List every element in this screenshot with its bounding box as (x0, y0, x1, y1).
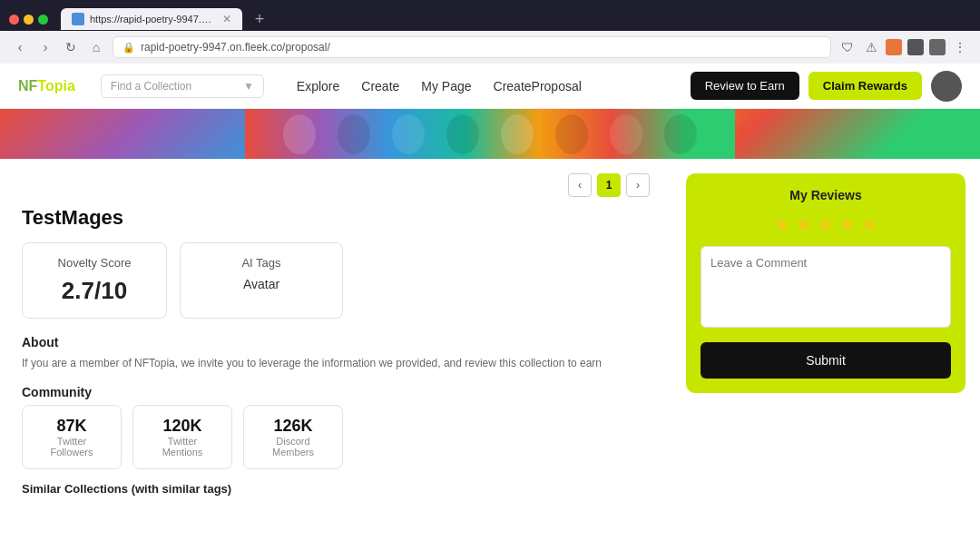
twitter-followers-value: 87K (41, 417, 103, 436)
user-avatar[interactable] (931, 71, 962, 102)
about-title: About (22, 335, 650, 349)
star-4[interactable]: ★ (839, 213, 856, 235)
lock-icon: 🔒 (122, 42, 135, 54)
page-content: NFTopia Find a Collection ▼ Explore Crea… (0, 64, 980, 551)
discord-members-label2: Members (262, 447, 324, 458)
svg-point-5 (501, 114, 534, 154)
about-section: About If you are a member of NFTopia, we… (22, 335, 650, 372)
next-page-button[interactable]: › (626, 173, 650, 197)
shield-icon: 🛡 (838, 38, 857, 56)
claim-rewards-button[interactable]: Claim Rewards (808, 72, 922, 100)
hero-artwork (245, 109, 735, 159)
stars-row: ★ ★ ★ ★ ★ (701, 213, 951, 235)
comment-textarea[interactable] (701, 246, 951, 328)
svg-point-3 (392, 114, 425, 154)
address-bar[interactable]: 🔒 rapid-poetry-9947.on.fleek.co/proposal… (113, 36, 831, 58)
extensions-area: 🛡 ⚠ ⋮ (838, 38, 969, 56)
similar-title: Similar Collections (with similar tags) (22, 482, 650, 496)
collection-title: TestMages (22, 206, 650, 230)
svg-point-6 (555, 114, 588, 154)
extension-puzzle-icon[interactable] (929, 39, 946, 55)
content-right: My Reviews ★ ★ ★ ★ ★ Submit (671, 159, 980, 551)
reload-button[interactable]: ↻ (62, 38, 80, 56)
community-card-discord-members: 126K Discord Members (243, 405, 343, 469)
star-3[interactable]: ★ (818, 213, 834, 235)
tab-bar: https://rapid-poetry-9947.on.fl... ✕ + (0, 0, 980, 31)
browser-chrome: https://rapid-poetry-9947.on.fl... ✕ + ‹… (0, 0, 980, 64)
novelty-score-card: Novelty Score 2.7/10 (22, 242, 167, 319)
pagination: ‹ 1 › (22, 173, 650, 197)
discord-members-value: 126K (262, 417, 324, 436)
new-tab-button[interactable]: + (248, 7, 271, 31)
content-left: ‹ 1 › TestMages Novelty Score 2.7/10 AI … (0, 159, 671, 551)
dropdown-icon: ▼ (243, 80, 254, 93)
forward-button[interactable]: › (36, 38, 54, 56)
tab-close-icon[interactable]: ✕ (222, 13, 231, 25)
traffic-lights (9, 15, 48, 25)
star-5[interactable]: ★ (861, 213, 877, 235)
active-tab[interactable]: https://rapid-poetry-9947.on.fl... ✕ (61, 8, 242, 30)
similar-section: Similar Collections (with similar tags) (22, 482, 650, 496)
menu-icon[interactable]: ⋮ (951, 38, 969, 56)
tab-favicon (72, 13, 84, 25)
minimize-button[interactable] (24, 15, 34, 25)
nav-actions: Review to Earn Claim Rewards (691, 71, 962, 102)
nav-mypage[interactable]: My Page (421, 79, 471, 93)
svg-point-8 (664, 114, 697, 154)
twitter-followers-label1: Twitter (41, 436, 103, 447)
ai-tag-value: Avatar (208, 277, 315, 291)
novelty-score-value: 2.7/10 (41, 277, 148, 305)
maximize-button[interactable] (38, 15, 48, 25)
address-bar-row: ‹ › ↻ ⌂ 🔒 rapid-poetry-9947.on.fleek.co/… (0, 31, 980, 64)
svg-rect-0 (245, 109, 735, 159)
community-card-twitter-mentions: 120K Twitter Mentions (132, 405, 232, 469)
svg-point-1 (283, 114, 316, 154)
reviews-panel-title: My Reviews (701, 188, 951, 202)
home-button[interactable]: ⌂ (87, 38, 105, 56)
prev-page-button[interactable]: ‹ (568, 173, 592, 197)
svg-point-2 (338, 114, 370, 154)
star-1[interactable]: ★ (774, 213, 790, 235)
nav-explore[interactable]: Explore (297, 79, 339, 93)
close-button[interactable] (9, 15, 19, 25)
nav-createproposal[interactable]: CreateProposal (494, 79, 582, 93)
navbar: NFTopia Find a Collection ▼ Explore Crea… (0, 64, 980, 109)
back-button[interactable]: ‹ (11, 38, 29, 56)
community-title: Community (22, 385, 650, 399)
score-cards: Novelty Score 2.7/10 AI Tags Avatar (22, 242, 650, 319)
discord-members-label1: Discord (262, 436, 324, 447)
logo: NFTopia (18, 78, 75, 94)
submit-button[interactable]: Submit (701, 342, 951, 379)
twitter-followers-label2: Followers (41, 447, 103, 458)
star-2[interactable]: ★ (796, 213, 812, 235)
extension-fox-icon[interactable] (886, 39, 902, 55)
search-placeholder: Find a Collection (111, 80, 191, 93)
current-page-button[interactable]: 1 (597, 173, 621, 197)
collection-search[interactable]: Find a Collection ▼ (101, 74, 264, 98)
logo-nf: NF (18, 78, 37, 93)
novelty-score-label: Novelty Score (41, 256, 148, 270)
extension-star-icon[interactable] (907, 39, 924, 55)
svg-point-4 (446, 114, 479, 154)
review-to-earn-button[interactable]: Review to Earn (691, 72, 799, 100)
twitter-mentions-label1: Twitter (152, 436, 213, 447)
hero-banner (0, 109, 980, 159)
about-text: If you are a member of NFTopia, we invit… (22, 355, 650, 372)
ai-tags-card: AI Tags Avatar (180, 242, 343, 319)
twitter-mentions-label2: Mentions (152, 447, 213, 458)
warning-icon: ⚠ (862, 38, 880, 56)
nav-links: Explore Create My Page CreateProposal (297, 79, 672, 93)
community-card-twitter-followers: 87K Twitter Followers (22, 405, 122, 469)
community-section: Community 87K Twitter Followers 120K Twi… (22, 385, 650, 469)
community-cards: 87K Twitter Followers 120K Twitter Menti… (22, 405, 650, 469)
ai-tags-label: AI Tags (208, 256, 315, 270)
main-area: ‹ 1 › TestMages Novelty Score 2.7/10 AI … (0, 159, 980, 551)
logo-topia: Topia (37, 78, 74, 93)
svg-point-7 (610, 114, 642, 154)
url-text: rapid-poetry-9947.on.fleek.co/proposal/ (141, 41, 330, 54)
tab-title: https://rapid-poetry-9947.on.fl... (90, 14, 213, 25)
nav-create[interactable]: Create (361, 79, 399, 93)
twitter-mentions-value: 120K (152, 417, 213, 436)
reviews-panel: My Reviews ★ ★ ★ ★ ★ Submit (686, 173, 965, 393)
